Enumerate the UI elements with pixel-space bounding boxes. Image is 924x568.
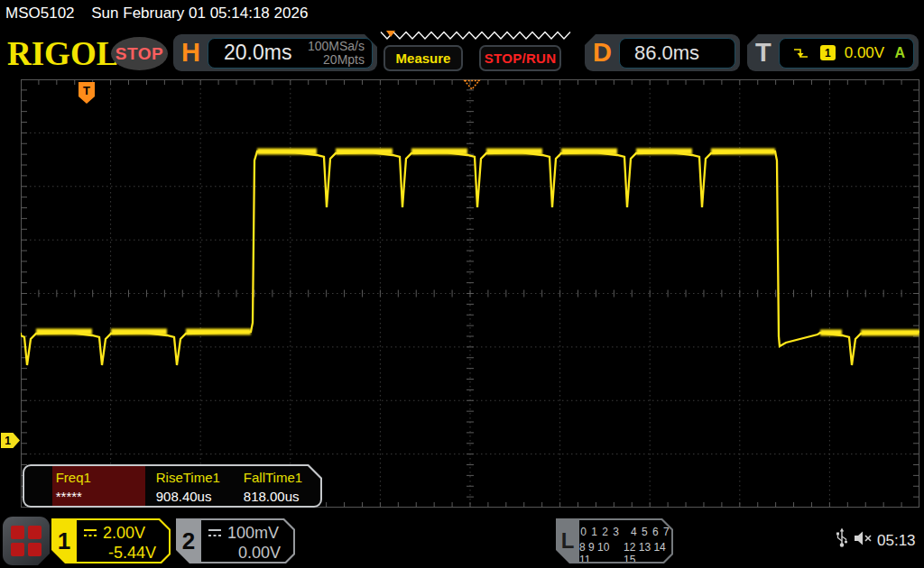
horizontal-label: H xyxy=(181,40,200,66)
trigger-control[interactable]: T 1 0.00V A xyxy=(747,34,919,71)
trigger-level-value: 0.00V xyxy=(845,44,884,62)
usb-icon xyxy=(836,527,848,548)
delay-panel: 86.0ms xyxy=(619,38,735,69)
channel2-scale: 100mV xyxy=(227,524,279,543)
rigol-logo: RIGOL xyxy=(7,34,111,73)
delay-control[interactable]: D 86.0ms xyxy=(585,34,740,71)
channel2-info: 100mV 0.00V xyxy=(201,520,293,562)
logic-analyzer-channels: 0 1 2 3 4 5 6 7 8 9 10 11 12 13 14 15 xyxy=(579,520,671,562)
measurement-panel-inner: Freq1 ***** RiseTime1 908.40us FallTime1… xyxy=(24,466,320,506)
horizontal-timebase-control[interactable]: H 20.0ms 100MSa/s 20Mpts xyxy=(173,34,377,71)
channel1-control[interactable]: 1 2.00V -5.44V xyxy=(51,518,171,563)
svg-text:T: T xyxy=(83,84,90,97)
datetime: Sun February 01 05:14:18 2026 xyxy=(91,5,308,22)
channel1-offset: -5.44V xyxy=(108,544,156,562)
acquisition-info: 100MSa/s 20Mpts xyxy=(308,40,365,67)
run-state-badge[interactable]: STOP xyxy=(111,37,168,70)
channel1-ground-marker[interactable]: 1 xyxy=(1,433,20,448)
logic-analyzer-label: L xyxy=(556,518,579,563)
clock: 05:13 xyxy=(877,532,916,550)
measurement-risetime1[interactable]: RiseTime1 908.40us xyxy=(152,466,240,506)
measurement-panel[interactable]: Freq1 ***** RiseTime1 908.40us FallTime1… xyxy=(23,464,322,508)
waveform-display[interactable]: T xyxy=(21,79,919,508)
channel1-trace-band xyxy=(36,151,919,333)
measure-button[interactable]: Measure xyxy=(383,45,463,71)
timebase-value: 20.0ms xyxy=(224,41,291,65)
trigger-source-badge: 1 xyxy=(820,45,836,60)
horizontal-position-ribbon[interactable] xyxy=(377,29,576,42)
dc-coupling-icon xyxy=(83,528,97,538)
menu-grid-icon xyxy=(11,526,42,556)
menu-button[interactable] xyxy=(3,517,50,565)
oscilloscope-screen: MSO5102 Sun February 01 05:14:18 2026 RI… xyxy=(0,0,924,568)
logic-analyzer-control[interactable]: L 0 1 2 3 4 5 6 7 8 9 10 11 12 13 14 15 xyxy=(556,518,673,563)
channel1-info: 2.00V -5.44V xyxy=(77,520,169,562)
channel2-number: 2 xyxy=(176,518,201,563)
measurement-falltime1[interactable]: FallTime1 818.00us xyxy=(240,466,320,506)
falling-edge-icon xyxy=(792,46,809,60)
titlebar: MSO5102 Sun February 01 05:14:18 2026 xyxy=(5,5,308,23)
model-name: MSO5102 xyxy=(5,5,75,22)
trigger-sweep-mode: A xyxy=(894,45,905,61)
speaker-muted-icon xyxy=(854,530,873,546)
trigger-panel: 1 0.00V A xyxy=(779,38,914,69)
delay-label: D xyxy=(593,40,612,66)
channel1-scale: 2.00V xyxy=(103,524,145,543)
digital-channels-0-3: 0 1 2 3 xyxy=(580,526,620,538)
digital-channels-4-7: 4 5 6 7 xyxy=(631,526,670,538)
stop-run-button-label: STOP/RUN xyxy=(485,50,557,66)
dc-coupling-icon xyxy=(208,528,222,538)
stop-run-button[interactable]: STOP/RUN xyxy=(479,45,561,71)
channel2-offset: 0.00V xyxy=(238,544,281,562)
trigger-label: T xyxy=(755,40,772,66)
trigger-position-marker[interactable]: T xyxy=(79,82,95,104)
measurement-name: RiseTime1 xyxy=(156,470,240,485)
ribbon-trigger-marker[interactable] xyxy=(386,31,395,37)
channel2-control[interactable]: 2 100mV 0.00V xyxy=(176,518,295,563)
measurement-name: Freq1 xyxy=(56,470,145,485)
measurement-value: 818.00us xyxy=(244,489,320,504)
timebase-panel: 20.0ms 100MSa/s 20Mpts xyxy=(208,38,373,69)
delay-reference-marker[interactable] xyxy=(465,81,479,90)
measurement-freq1[interactable]: Freq1 ***** xyxy=(52,466,145,506)
sample-rate: 100MSa/s xyxy=(308,40,365,53)
measure-button-label: Measure xyxy=(396,50,451,66)
measurement-value: ***** xyxy=(56,489,145,504)
delay-value: 86.0ms xyxy=(634,41,699,65)
measurement-panel-spacer xyxy=(24,466,52,506)
channel1-number: 1 xyxy=(51,518,77,563)
measurement-name: FallTime1 xyxy=(244,470,320,485)
channel1-ground-label: 1 xyxy=(5,435,11,447)
waveform-overview-zigzag xyxy=(377,29,576,42)
memory-depth: 20Mpts xyxy=(308,53,365,67)
measurement-value: 908.40us xyxy=(156,489,240,504)
